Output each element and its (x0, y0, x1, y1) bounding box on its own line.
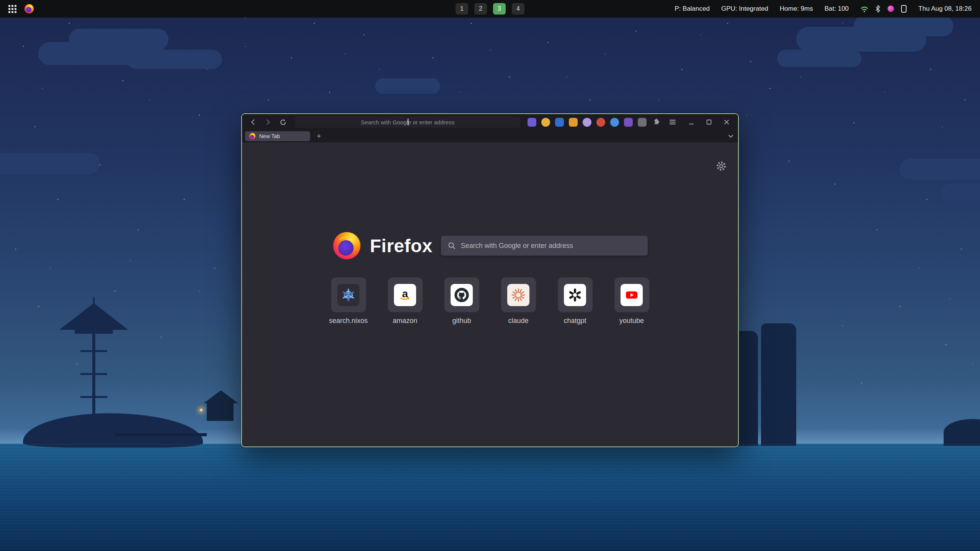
extension-lavender-icon[interactable] (583, 118, 591, 127)
shortcut-label: youtube (619, 317, 644, 325)
firefox-favicon (249, 133, 256, 140)
list-tabs-chevron-icon[interactable] (728, 134, 733, 138)
island-silhouette (23, 298, 260, 448)
color-icon[interactable] (887, 5, 895, 13)
menu-hamburger-icon[interactable] (667, 117, 678, 127)
maximize-icon[interactable] (704, 117, 714, 127)
extension-red-icon[interactable] (596, 118, 605, 127)
firefox-logo (332, 231, 361, 260)
url-bar[interactable]: Search with Google or enter address (295, 116, 520, 128)
shortcut-amazon[interactable]: a amazon (387, 277, 423, 325)
reload-icon[interactable] (278, 117, 288, 127)
cloud (777, 50, 861, 67)
extension-violet-icon[interactable] (624, 118, 633, 127)
extensions-puzzle-icon[interactable] (652, 117, 662, 127)
chatgpt-logo-icon (567, 287, 583, 303)
extension-skyblue-icon[interactable] (610, 118, 619, 127)
shortcut-search-nixos[interactable]: search.nixos (330, 277, 367, 325)
island-lamp-light (200, 409, 203, 411)
workspace-switcher: 1 2 3 4 (456, 3, 524, 15)
text-caret (408, 119, 408, 126)
device-icon[interactable] (901, 5, 907, 13)
extension-amber-icon[interactable] (541, 118, 550, 127)
new-tab-plus-icon[interactable]: + (314, 131, 324, 141)
nixos-logo-icon (341, 287, 356, 303)
newtab-search-input[interactable]: Search with Google or enter address (441, 236, 648, 256)
cloud (900, 159, 980, 180)
forward-icon[interactable] (263, 117, 273, 127)
shortcut-label: chatgpt (564, 317, 586, 325)
shortcut-label: github (452, 317, 471, 325)
shortcut-claude[interactable]: claude (500, 277, 537, 325)
battery-status: Bat: 100 (825, 5, 849, 13)
clock: Thu Aug 08, 18:26 (918, 5, 972, 13)
shortcut-chatgpt[interactable]: chatgpt (557, 277, 593, 325)
workspace-3[interactable]: 3 (493, 3, 506, 15)
cloud (69, 29, 168, 50)
claude-logo-icon (511, 287, 526, 303)
top-status-bar: 1 2 3 4 P: Balanced GPU: Integrated Home… (0, 0, 980, 18)
github-logo-icon (453, 287, 470, 303)
shortcut-github[interactable]: github (444, 277, 480, 325)
shortcut-label: search.nixos (329, 317, 368, 325)
cloud (0, 153, 100, 174)
workspace-2[interactable]: 2 (474, 3, 487, 15)
svg-text:a: a (402, 288, 408, 300)
shortcut-label: claude (508, 317, 528, 325)
settings-gear-icon[interactable] (716, 161, 727, 171)
youtube-logo-icon (624, 287, 639, 303)
window-controls (686, 117, 732, 127)
extension-orange-icon[interactable] (569, 118, 578, 127)
firefox-icon[interactable] (24, 4, 34, 14)
newtab-search-placeholder: Search with Google or enter address (461, 242, 573, 250)
rock-small (944, 419, 980, 446)
extension-gray-icon[interactable] (638, 118, 647, 127)
network-icon[interactable] (860, 5, 869, 13)
workspace-4[interactable]: 4 (512, 3, 524, 15)
shortcut-tiles: search.nixos a amazon (242, 277, 738, 325)
workspace-1[interactable]: 1 (456, 3, 468, 15)
search-magnifier-icon (448, 242, 456, 249)
firefox-window: Search with Google or enter address (241, 113, 739, 447)
sea (0, 444, 980, 551)
amazon-logo-icon: a (397, 287, 413, 303)
rock-pillar (761, 323, 796, 446)
back-icon[interactable] (248, 117, 258, 127)
home-ping-status: Home: 9ms (780, 5, 813, 13)
new-tab-page: Firefox Search with Google or enter addr… (242, 142, 738, 447)
tab-bar: New Tab + (242, 130, 738, 142)
cloud (854, 15, 953, 36)
minimize-icon[interactable] (686, 117, 697, 127)
cloud (942, 184, 980, 201)
system-tray (860, 5, 907, 13)
shortcut-youtube[interactable]: youtube (614, 277, 650, 325)
apps-grid-icon[interactable] (8, 5, 16, 13)
extension-blue-icon[interactable] (555, 118, 564, 127)
extension-purple-icon[interactable] (528, 118, 536, 127)
gpu-status: GPU: Integrated (721, 5, 768, 13)
power-profile-status: P: Balanced (675, 5, 710, 13)
cloud (375, 78, 440, 94)
extension-icons-row (528, 118, 647, 127)
close-icon[interactable] (721, 117, 732, 127)
newtab-hero: Firefox Search with Google or enter addr… (242, 231, 738, 260)
cloud (126, 50, 222, 69)
tab-title: New Tab (259, 133, 280, 139)
browser-toolbar: Search with Google or enter address (242, 114, 738, 130)
firefox-wordmark: Firefox (370, 235, 433, 256)
shortcut-label: amazon (393, 317, 417, 325)
tab-new-tab[interactable]: New Tab (245, 131, 310, 141)
bluetooth-icon[interactable] (875, 5, 881, 13)
